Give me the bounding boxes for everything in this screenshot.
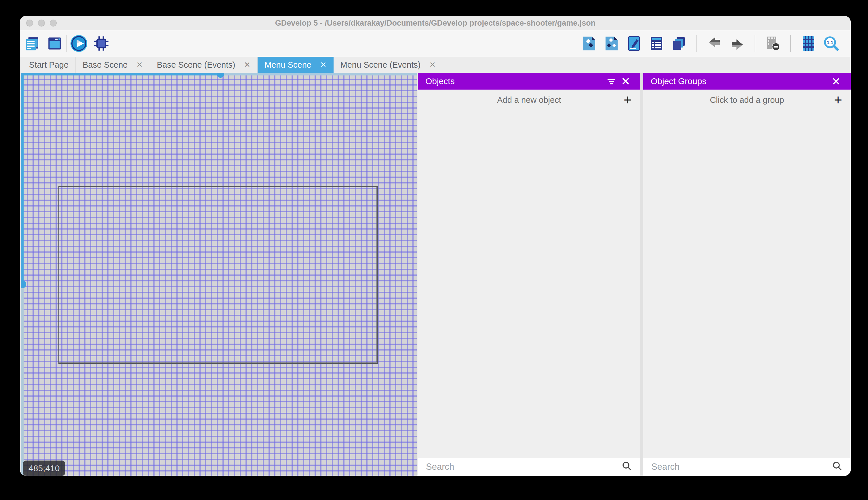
undo-icon[interactable] xyxy=(706,35,723,52)
resize-handle-left[interactable] xyxy=(21,280,26,288)
objects-list-area xyxy=(418,110,640,458)
groups-search-input[interactable] xyxy=(651,462,831,472)
tab-base-scene[interactable]: Base Scene ✕ xyxy=(76,57,150,73)
window-title: GDevelop 5 - /Users/dkarakay/Documents/G… xyxy=(20,16,851,30)
objects-search-input[interactable] xyxy=(425,462,621,472)
debug-icon[interactable] xyxy=(93,35,110,52)
tab-menu-scene-events[interactable]: Menu Scene (Events) ✕ xyxy=(333,57,443,73)
search-icon[interactable] xyxy=(621,460,633,474)
tab-menu-scene[interactable]: Menu Scene ✕ xyxy=(258,57,333,73)
zoom-ratio-label: 1:1 xyxy=(827,40,833,45)
object-groups-panel: Object Groups Click to add a group + xyxy=(643,73,851,476)
editor-content: 485;410 Objects xyxy=(20,73,851,476)
search-icon[interactable] xyxy=(831,460,843,474)
add-object-button[interactable]: + xyxy=(624,93,632,107)
zoom-reset-icon[interactable]: 1:1 xyxy=(822,35,839,52)
object-groups-panel-header: Object Groups xyxy=(643,73,851,90)
objects-panel-icon[interactable] xyxy=(581,35,597,52)
groups-list-area xyxy=(643,110,851,458)
selection-left-edge-faded xyxy=(21,284,24,476)
screenshot-stage: GDevelop 5 - /Users/dkarakay/Documents/G… xyxy=(0,0,868,500)
selection-top-edge-faded xyxy=(224,73,417,76)
properties-panel-icon[interactable] xyxy=(626,35,642,52)
filter-icon[interactable] xyxy=(604,74,619,88)
tab-label: Menu Scene xyxy=(265,60,312,70)
object-groups-panel-title: Object Groups xyxy=(651,76,829,86)
scene-canvas[interactable]: 485;410 xyxy=(21,73,417,476)
tab-label: Menu Scene (Events) xyxy=(340,60,421,70)
objects-search-bar xyxy=(418,458,640,476)
cursor-coordinates-badge: 485;410 xyxy=(23,461,65,476)
object-groups-panel-icon[interactable] xyxy=(603,35,620,52)
tab-close-icon[interactable]: ✕ xyxy=(136,61,143,69)
start-page-icon[interactable] xyxy=(46,35,63,52)
add-group-button[interactable]: + xyxy=(834,93,842,107)
tab-label: Start Page xyxy=(29,60,69,70)
game-window-frame xyxy=(58,186,378,364)
tab-base-scene-events[interactable]: Base Scene (Events) ✕ xyxy=(150,57,258,73)
resize-handle-top[interactable] xyxy=(217,73,224,78)
delete-instances-icon[interactable] xyxy=(764,35,781,52)
tab-label: Base Scene xyxy=(83,60,128,70)
add-object-label: Add a new object xyxy=(497,95,561,105)
close-icon[interactable] xyxy=(619,74,633,88)
add-group-row[interactable]: Click to add a group + xyxy=(643,90,851,110)
title-bar: GDevelop 5 - /Users/dkarakay/Documents/G… xyxy=(20,16,851,30)
objects-panel-title: Objects xyxy=(425,76,604,86)
close-icon[interactable] xyxy=(829,74,843,88)
toolbar-separator xyxy=(790,35,791,52)
project-manager-icon[interactable] xyxy=(24,35,40,52)
toolbar-preview-group xyxy=(71,35,110,52)
tab-close-icon[interactable]: ✕ xyxy=(429,61,436,69)
objects-panel: Objects Add a ne xyxy=(418,73,640,476)
tab-close-icon[interactable]: ✕ xyxy=(320,61,327,69)
layers-panel-icon[interactable] xyxy=(671,35,687,52)
add-group-label: Click to add a group xyxy=(710,95,784,105)
instances-list-icon[interactable] xyxy=(648,35,665,52)
gdevelop-window: GDevelop 5 - /Users/dkarakay/Documents/G… xyxy=(20,16,851,476)
toolbar-separator xyxy=(67,35,67,52)
editor-tab-bar: Start Page Base Scene ✕ Base Scene (Even… xyxy=(20,57,851,73)
preview-play-icon[interactable] xyxy=(71,35,87,52)
groups-search-bar xyxy=(643,458,851,476)
tab-start-page[interactable]: Start Page xyxy=(22,57,76,73)
objects-panel-header: Objects xyxy=(418,73,640,90)
toolbar-separator xyxy=(754,35,755,52)
selection-top-edge xyxy=(21,73,224,76)
add-object-row[interactable]: Add a new object + xyxy=(418,90,640,110)
selection-left-edge xyxy=(21,73,24,284)
redo-icon[interactable] xyxy=(729,35,746,52)
toolbar-separator xyxy=(696,35,697,52)
main-toolbar: 1:1 xyxy=(20,30,851,57)
tab-close-icon[interactable]: ✕ xyxy=(244,61,250,69)
toolbar-left-group xyxy=(24,35,63,52)
tab-label: Base Scene (Events) xyxy=(157,60,235,70)
grid-icon[interactable] xyxy=(800,35,817,52)
toolbar-right-group: 1:1 xyxy=(581,35,839,52)
panel-divider[interactable] xyxy=(640,73,643,476)
